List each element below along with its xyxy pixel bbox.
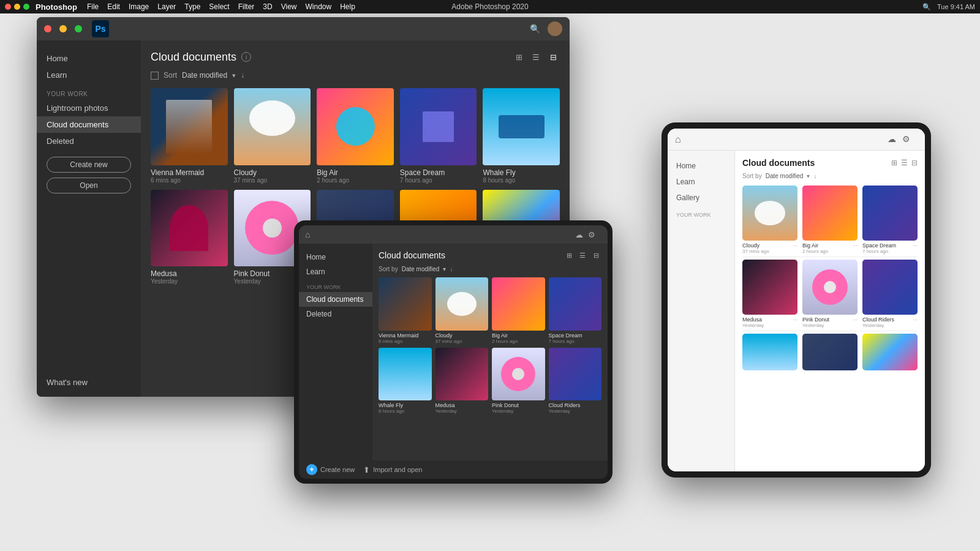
sidebar-lightroom[interactable]: Lightroom photos xyxy=(37,100,141,116)
minimize-button[interactable] xyxy=(14,4,20,10)
list-item[interactable]: Cloud Riders Yesterday xyxy=(549,348,602,414)
ipad-light-sort-arrow[interactable]: ▾ xyxy=(807,173,810,179)
sidebar-cloud-documents[interactable]: Cloud documents xyxy=(37,116,141,133)
open-button[interactable]: Open xyxy=(47,178,131,193)
ipad-dark-sort-arrow[interactable]: ▾ xyxy=(443,266,446,272)
ipad-import-open-button[interactable]: ⬆ Import and open xyxy=(363,465,422,474)
fullscreen-button[interactable] xyxy=(23,4,29,10)
menu-filter[interactable]: Filter xyxy=(238,2,255,11)
ipad-light-list-icon[interactable]: ☰ xyxy=(901,159,908,167)
list-item[interactable]: Space Dream ··· 7 hours ago xyxy=(862,186,918,254)
table-row[interactable]: Whale Fly 8 hours ago xyxy=(483,88,560,184)
ipad-light-cloud-icon[interactable]: ☁ xyxy=(888,134,896,144)
sidebar-deleted[interactable]: Deleted xyxy=(37,133,141,149)
item-more-icon[interactable]: ··· xyxy=(793,317,797,323)
ipad-light-home[interactable]: Home xyxy=(668,158,734,174)
menu-help[interactable]: Help xyxy=(340,2,355,11)
ps-main-header: Cloud documents i ⊞ ☰ ⊟ xyxy=(151,50,560,64)
list-view-icon[interactable]: ☰ xyxy=(529,50,543,64)
sort-order-icon[interactable]: ↓ xyxy=(241,71,244,80)
sidebar-learn[interactable]: Learn xyxy=(37,67,141,83)
list-item[interactable] xyxy=(742,334,797,372)
import-open-label: Import and open xyxy=(373,466,422,473)
ipad-light-thumb-extra3 xyxy=(862,334,918,370)
item-name: Big Air xyxy=(492,332,545,339)
ipad-create-new-button[interactable]: + Create new xyxy=(306,464,355,475)
present-icon[interactable]: ⊞ xyxy=(512,50,526,64)
create-new-label: Create new xyxy=(320,466,355,473)
close-button[interactable] xyxy=(5,4,11,10)
ipad-light-settings-icon[interactable]: ⚙ xyxy=(902,134,910,144)
ps-search-icon[interactable]: 🔍 xyxy=(530,24,540,34)
ipad-light-home-icon[interactable]: ⌂ xyxy=(675,134,681,145)
ipad-dark-list-icon[interactable]: ☰ xyxy=(577,250,588,261)
ps-user-avatar[interactable] xyxy=(548,21,562,36)
sort-direction-icon[interactable]: ▾ xyxy=(232,72,236,80)
list-item[interactable]: Big Air 2 hours ago xyxy=(492,277,545,344)
item-more-icon[interactable]: ··· xyxy=(793,242,797,249)
menu-select[interactable]: Select xyxy=(209,2,229,11)
create-new-button[interactable]: Create new xyxy=(47,157,131,173)
menu-type[interactable]: Type xyxy=(184,2,200,11)
ps-minimize[interactable] xyxy=(59,25,67,32)
ipad-light-learn[interactable]: Learn xyxy=(668,174,734,190)
table-row[interactable]: Big Air 2 hours ago xyxy=(317,88,394,184)
ipad-light-grid-icon[interactable]: ⊟ xyxy=(911,159,918,167)
ipad-dark-present-icon[interactable]: ⊞ xyxy=(564,250,575,261)
list-item[interactable]: Cloudy ··· 37 mins ago xyxy=(742,186,797,254)
menu-window[interactable]: Window xyxy=(306,2,332,11)
ipad-dark-home-icon[interactable]: ⌂ xyxy=(305,230,310,239)
item-date: Yesterday xyxy=(492,408,545,414)
ipad-dark-home[interactable]: Home xyxy=(299,250,372,264)
list-item[interactable]: Cloudy 37 mins ago xyxy=(435,277,489,344)
ipad-light-gallery[interactable]: Gallery xyxy=(668,190,734,206)
sort-checkbox[interactable] xyxy=(151,72,159,80)
list-item[interactable] xyxy=(862,334,918,372)
list-item[interactable]: Whale Fly 6 hours ago xyxy=(379,348,432,414)
item-more-icon[interactable]: ··· xyxy=(913,317,918,323)
ipad-dark-thumb-cloudy xyxy=(435,277,489,331)
table-row[interactable]: Medusa Yesterday xyxy=(151,190,228,285)
list-item[interactable]: Pink Donut ··· Yesterday xyxy=(802,260,858,328)
list-item[interactable]: Pink Donut Yesterday xyxy=(492,348,545,414)
menu-layer[interactable]: Layer xyxy=(157,2,176,11)
item-more-icon[interactable]: ··· xyxy=(913,242,918,249)
menu-edit[interactable]: Edit xyxy=(107,2,120,11)
ipad-dark-grid-icon[interactable]: ⊟ xyxy=(590,250,601,261)
info-icon[interactable]: i xyxy=(241,52,251,62)
menu-3d[interactable]: 3D xyxy=(263,2,272,11)
ipad-dark-cloud-icon[interactable]: ☁ xyxy=(575,230,583,239)
ipad-dark-learn[interactable]: Learn xyxy=(299,264,372,279)
sidebar-home[interactable]: Home xyxy=(37,50,141,67)
table-row[interactable]: Vienna Mermaid 6 mins ago xyxy=(151,88,228,184)
ipad-dark-thumb-vienna xyxy=(379,277,432,331)
list-item[interactable]: Cloud Riders ··· Yesterday xyxy=(862,260,918,328)
ipad-dark-title: Cloud documents xyxy=(379,250,445,260)
mac-menubar: Photoshop File Edit Image Layer Type Sel… xyxy=(0,0,980,13)
list-item[interactable]: Vienna Mermaid 6 mins ago xyxy=(379,277,432,344)
sidebar-whats-new[interactable]: What's new xyxy=(47,378,88,387)
item-date: 7 hours ago xyxy=(549,339,602,344)
list-item[interactable]: Medusa ··· Yesterday xyxy=(742,260,797,328)
list-item[interactable]: Space Dream 7 hours ago xyxy=(549,277,602,344)
ipad-dark-deleted[interactable]: Deleted xyxy=(299,307,372,321)
table-row[interactable]: Cloudy 37 mins ago xyxy=(234,88,311,184)
ipad-dark-settings-icon[interactable]: ⚙ xyxy=(588,230,595,239)
ipad-light-sort-dir[interactable]: ↓ xyxy=(813,173,816,179)
ps-fullscreen[interactable] xyxy=(75,25,82,32)
table-row[interactable]: Space Dream 7 hours ago xyxy=(400,88,477,184)
grid-view-icon[interactable]: ⊟ xyxy=(546,50,560,64)
ipad-light-title: Cloud documents xyxy=(742,158,815,168)
ps-close[interactable] xyxy=(44,25,51,32)
list-item[interactable]: Big Air ··· 2 hours ago xyxy=(802,186,858,254)
list-item[interactable] xyxy=(802,334,858,372)
menu-file[interactable]: File xyxy=(87,2,99,11)
menu-view[interactable]: View xyxy=(281,2,297,11)
menu-image[interactable]: Image xyxy=(129,2,149,11)
ipad-dark-cloud-docs[interactable]: Cloud documents xyxy=(299,292,372,307)
ipad-dark-sort-dir[interactable]: ↓ xyxy=(450,266,453,272)
item-more-icon[interactable]: ··· xyxy=(853,242,858,249)
item-more-icon[interactable]: ··· xyxy=(853,317,858,323)
list-item[interactable]: Medusa Yesterday xyxy=(435,348,489,414)
ipad-light-present-icon[interactable]: ⊞ xyxy=(891,159,897,167)
